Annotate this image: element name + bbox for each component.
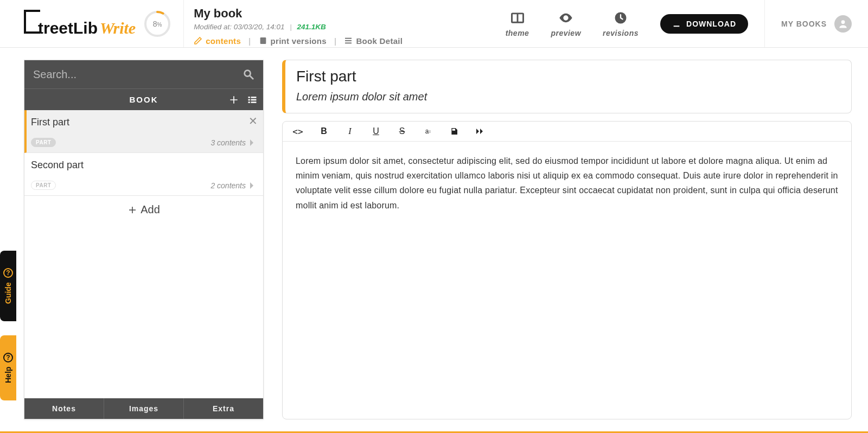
clock-icon [613,10,628,26]
close-icon[interactable]: ✕ [248,114,258,128]
svg-rect-2 [260,37,266,44]
svg-rect-15 [251,99,257,100]
completion-progress[interactable]: 8% [143,10,171,38]
strike-icon[interactable]: S [397,126,407,137]
svg-rect-4 [345,40,352,41]
svg-rect-5 [345,42,352,43]
modified-at: Modified at: 03/03/20, 14:01 [194,23,284,31]
svg-rect-12 [248,97,250,98]
search-input[interactable] [33,68,242,81]
editor-header[interactable]: First part Lorem ipsum dolor sit amet [282,60,852,113]
part-title: Second part [31,160,254,171]
contents-count[interactable]: 3 contents [210,138,254,147]
tab-images[interactable]: Images [104,398,184,419]
search-icon[interactable] [242,68,254,80]
book-subtitle: Modified at: 03/03/20, 14:01 | 241.1KB [194,23,480,31]
save-icon[interactable] [449,126,459,137]
bold-icon[interactable]: B [318,126,329,137]
logo[interactable]: treetLib Write [24,10,136,37]
editor-subtitle: Lorem ipsum dolor sit amet [296,91,840,103]
font-size-icon[interactable]: a↕ [423,126,433,137]
search-bar [24,60,263,88]
avatar[interactable] [834,15,852,33]
preview-button[interactable]: preview [551,10,581,37]
pipe: | [290,23,292,31]
plus-icon [127,205,137,215]
more-icon[interactable] [475,126,486,137]
app-header: treetLib Write 8% My book Modified at: 0… [0,0,868,48]
logo-block: treetLib Write 8% [0,0,184,47]
my-books-link[interactable]: MY BOOKS [781,20,827,28]
part-item[interactable]: Second part PART 2 contents [24,153,263,196]
sidebar-bottom-tabs: Notes Images Extra [24,398,263,419]
svg-line-11 [250,76,253,79]
part-title: First part [31,117,254,128]
plus-icon[interactable] [228,94,239,105]
columns-icon [510,10,525,26]
header-actions: theme preview revisions DOWNLOAD [489,0,764,47]
revisions-button[interactable]: revisions [603,10,639,37]
book-label: BOOK [130,95,158,104]
tab-contents[interactable]: contents [194,36,241,46]
editor-pane: First part Lorem ipsum dolor sit amet <>… [282,60,852,419]
list-view-icon[interactable] [247,94,258,105]
part-badge: PART [31,138,56,147]
theme-button[interactable]: theme [506,10,529,37]
tab-print-versions[interactable]: print versions [259,36,327,46]
part-item[interactable]: ✕ First part PART 3 contents [24,110,263,153]
book-meta: My book Modified at: 03/03/20, 14:01 | 2… [184,0,489,47]
download-icon [672,20,681,28]
svg-rect-17 [251,101,257,103]
user-icon [838,18,848,29]
chevron-right-icon [249,139,254,147]
editor-title: First part [296,68,840,85]
svg-point-9 [841,20,845,24]
book-tabs: contents | print versions | Book Detail [194,36,480,46]
svg-rect-14 [248,99,250,100]
tab-extra[interactable]: Extra [184,398,263,419]
help-tab[interactable]: Help ? [0,335,16,400]
book-section-header: BOOK [24,88,263,110]
progress-ring-icon [143,10,171,38]
book-icon [259,36,267,45]
part-badge: PART [31,181,56,190]
eye-icon [558,10,573,26]
tab-book-detail[interactable]: Book Detail [344,36,403,46]
underline-icon[interactable]: U [371,126,381,137]
editor-box: <> B I U S a↕ Lorem ipsum dolor sit amet… [282,121,852,419]
edit-icon [194,36,202,45]
tab-notes[interactable]: Notes [24,398,104,419]
svg-point-0 [145,12,169,36]
add-part-button[interactable]: Add [24,196,263,224]
logo-write: Write [100,19,136,37]
svg-rect-16 [248,101,250,103]
code-icon[interactable]: <> [292,126,303,137]
logo-streetlib: treetLib [38,19,98,37]
contents-count[interactable]: 2 contents [210,181,254,190]
book-size: 241.1KB [297,23,326,31]
list-icon [344,36,353,45]
question-icon: ? [3,268,13,278]
parts-list: ✕ First part PART 3 contents Second part… [24,110,263,398]
book-title: My book [194,7,480,21]
svg-rect-13 [251,97,257,98]
chevron-right-icon [249,182,254,189]
main-layout: BOOK ✕ First part PART 3 contents Sec [0,48,868,431]
download-button[interactable]: DOWNLOAD [660,14,748,34]
question-icon: ? [3,353,13,362]
header-user: MY BOOKS [764,0,868,47]
editor-body[interactable]: Lorem ipsum dolor sit amet, consectetur … [283,142,851,419]
sidebar: BOOK ✕ First part PART 3 contents Sec [24,60,264,419]
editor-toolbar: <> B I U S a↕ [283,122,851,142]
svg-rect-3 [345,38,352,39]
italic-icon[interactable]: I [344,126,355,137]
guide-tab[interactable]: Guide ? [0,251,16,321]
